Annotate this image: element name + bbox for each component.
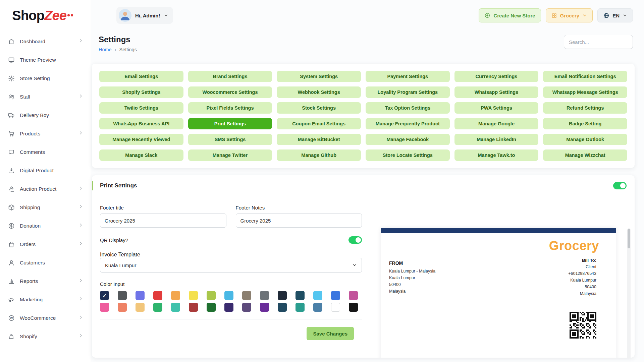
settings-tab-stock-settings[interactable]: Stock Settings <box>277 102 361 114</box>
settings-tab-manage-facebook[interactable]: Manage Facebook <box>366 134 450 145</box>
color-swatch-f2c67b[interactable] <box>136 303 145 312</box>
color-swatch-a9c74b[interactable] <box>207 291 216 300</box>
settings-tab-store-locate-settings[interactable]: Store Locate Settings <box>366 149 450 161</box>
scrollbar-thumb[interactable] <box>628 229 630 248</box>
sidebar-item-orders[interactable]: Orders <box>0 235 91 253</box>
sidebar-item-store-setting[interactable]: Store Setting <box>0 69 91 87</box>
breadcrumb-home-link[interactable]: Home <box>99 47 112 52</box>
settings-tab-manage-slack[interactable]: Manage Slack <box>99 149 183 161</box>
settings-tab-payment-settings[interactable]: Payment Settings <box>366 71 450 82</box>
chevron-down-icon <box>623 13 627 18</box>
color-swatch-e23b3b[interactable] <box>153 291 162 300</box>
color-swatch-3b76e0[interactable] <box>331 291 340 300</box>
color-swatch-5d4b7c[interactable] <box>242 303 251 312</box>
settings-tab-whatsapp-settings[interactable]: Whatsapp Settings <box>454 86 539 98</box>
invoice-template-select[interactable]: Kuala Lumpur <box>100 258 362 273</box>
settings-tab-whatsapp-message-settings[interactable]: Whatsapp Message Settings <box>543 86 627 98</box>
settings-tab-print-settings[interactable]: Print Settings <box>188 118 272 129</box>
create-new-store-button[interactable]: Create New Store <box>479 8 541 22</box>
settings-tab-refund-settings[interactable]: Refund Settings <box>543 102 627 114</box>
footer-notes-input[interactable] <box>236 214 362 228</box>
sidebar-item-comments[interactable]: Comments <box>0 143 91 161</box>
color-swatch-1f7030[interactable] <box>207 303 216 312</box>
app-logo[interactable]: ShopZee <box>0 0 91 31</box>
settings-tab-manage-twitter[interactable]: Manage Twitter <box>188 149 272 161</box>
sidebar-item-delivery-boy[interactable]: Delivery Boy <box>0 106 91 124</box>
qr-display-toggle[interactable] <box>348 236 362 244</box>
color-swatch-1c2e54[interactable]: ✓ <box>100 291 109 300</box>
settings-tab-twilio-settings[interactable]: Twilio Settings <box>99 102 183 114</box>
color-swatch-4b80a8[interactable] <box>313 303 322 312</box>
preview-scrollbar[interactable]: ▼ <box>627 228 631 358</box>
settings-tab-system-settings[interactable]: System Settings <box>277 71 361 82</box>
color-swatch-ffffff[interactable] <box>331 303 340 312</box>
settings-tab-pwa-settings[interactable]: PWA Settings <box>454 102 539 114</box>
color-swatch-214a61[interactable] <box>278 303 287 312</box>
settings-tab-manage-google[interactable]: Manage Google <box>454 118 539 129</box>
settings-tab-manage-outlook[interactable]: Manage Outlook <box>543 134 627 145</box>
sidebar-item-auction-product[interactable]: Auction Product <box>0 180 91 198</box>
settings-tab-brand-settings[interactable]: Brand Settings <box>188 71 272 82</box>
color-swatch-3fc2ac[interactable] <box>171 303 180 312</box>
sidebar-item-shipping[interactable]: Shipping <box>0 198 91 217</box>
color-swatch-6d7378[interactable] <box>260 291 269 300</box>
settings-tab-manage-tawk-to[interactable]: Manage Tawk.to <box>454 149 539 161</box>
color-swatch-6f74e8[interactable] <box>136 291 145 300</box>
settings-tab-whatsapp-business-api[interactable]: WhatsApp Business API <box>99 118 183 129</box>
sidebar-item-shopify[interactable]: Shopify <box>0 327 91 346</box>
settings-tab-woocommerce-settings[interactable]: Woocommerce Settings <box>188 86 272 98</box>
color-swatch-ee8266[interactable] <box>118 303 127 312</box>
color-swatch-2eb46d[interactable] <box>153 303 162 312</box>
settings-tab-manage-linkedin[interactable]: Manage LinkedIn <box>454 134 539 145</box>
color-swatch-c2549b[interactable] <box>349 291 358 300</box>
color-swatch-55c6f0[interactable] <box>313 291 322 300</box>
save-changes-button[interactable]: Save Changes <box>307 327 354 340</box>
color-swatch-f3a74f[interactable] <box>171 291 180 300</box>
settings-tab-sms-settings[interactable]: SMS Settings <box>188 134 272 145</box>
user-menu[interactable]: Hi, Admin! <box>116 7 173 24</box>
color-swatch-53575a[interactable] <box>118 291 127 300</box>
sidebar-item-products[interactable]: Products <box>0 124 91 143</box>
color-swatch-202a38[interactable] <box>278 291 287 300</box>
settings-tab-webhook-settings[interactable]: Webhook Settings <box>277 86 361 98</box>
settings-tab-manage-recently-viewed[interactable]: Manage Recently Viewed <box>99 134 183 145</box>
color-swatch-3a2b6e[interactable] <box>224 303 233 312</box>
language-selector[interactable]: EN <box>597 8 633 22</box>
settings-tab-shopify-settings[interactable]: Shopify Settings <box>99 86 183 98</box>
user-greeting: Hi, Admin! <box>135 13 160 18</box>
color-swatch-1f4e63[interactable] <box>296 291 305 300</box>
settings-tab-tax-option-settings[interactable]: Tax Option Settings <box>366 102 450 114</box>
settings-tab-email-settings[interactable]: Email Settings <box>99 71 183 82</box>
search-input[interactable] <box>564 35 633 49</box>
settings-tab-manage-wizzchat[interactable]: Manage Wizzchat <box>543 149 627 161</box>
footer-title-input[interactable] <box>100 214 226 228</box>
settings-tab-loyality-program-settings[interactable]: Loyality Program Settings <box>366 86 450 98</box>
sidebar-item-reports[interactable]: Reports <box>0 272 91 290</box>
sidebar-item-donation[interactable]: Donation <box>0 217 91 235</box>
sidebar-item-theme-preview[interactable]: Theme Preview <box>0 51 91 69</box>
color-swatch-a93a3a[interactable] <box>189 303 198 312</box>
settings-tab-email-notification-settings[interactable]: Email Notification Settings <box>543 71 627 82</box>
color-swatch-f4e04d[interactable] <box>189 291 198 300</box>
sidebar-item-customers[interactable]: Customers <box>0 253 91 272</box>
settings-tab-pixel-fields-settings[interactable]: Pixel Fields Settings <box>188 102 272 114</box>
settings-tab-currency-settings[interactable]: Currency Settings <box>454 71 539 82</box>
settings-tab-manage-frequently-product[interactable]: Manage Frequently Product <box>366 118 450 129</box>
store-selector[interactable]: Grocery <box>546 8 593 22</box>
sidebar-item-dashboard[interactable]: Dashboard <box>0 32 91 51</box>
color-swatch-6a2d99[interactable] <box>260 303 269 312</box>
color-swatch-49b8e5[interactable] <box>224 291 233 300</box>
sidebar-item-staff[interactable]: Staff <box>0 87 91 106</box>
color-swatch-8b7f70[interactable] <box>242 291 251 300</box>
settings-tab-manage-bitbucket[interactable]: Manage BitBucket <box>277 134 361 145</box>
sidebar-item-digital-product[interactable]: Digital Product <box>0 161 91 180</box>
sidebar-item-woocommerce[interactable]: WWooCommerce <box>0 309 91 327</box>
settings-tab-coupon-email-settings[interactable]: Coupon Email Settings <box>277 118 361 129</box>
settings-tab-badge-setting[interactable]: Badge Setting <box>543 118 627 129</box>
sidebar-item-marketing[interactable]: Marketing <box>0 290 91 309</box>
print-settings-toggle[interactable] <box>613 182 627 189</box>
color-swatch-2a9d8f[interactable] <box>296 303 305 312</box>
color-swatch-161616[interactable] <box>349 303 358 312</box>
settings-tab-manage-github[interactable]: Manage Github <box>277 149 361 161</box>
color-swatch-ee5c9c[interactable] <box>100 303 109 312</box>
